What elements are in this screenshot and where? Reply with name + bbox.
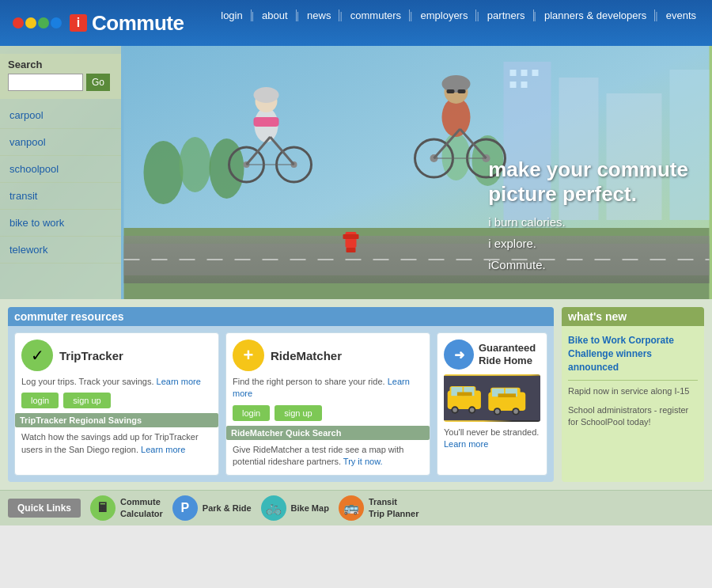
quick-link-park-ride[interactable]: P Park & Ride [172,495,252,521]
grh-header: ➜ GuaranteedRide Home [444,340,540,370]
grh-card: ➜ GuaranteedRide Home [437,332,547,476]
grh-icon: ➜ [444,340,474,370]
svg-rect-43 [343,234,359,239]
quick-links-bar: Quick Links 🖩 CommuteCalculator P Park &… [0,490,712,525]
svg-point-53 [470,408,475,412]
triptracker-signup-btn[interactable]: sign up [63,393,110,408]
search-input[interactable] [8,74,83,91]
whats-new-section: what's new Bike to Work Corporate Challe… [562,307,704,482]
park-ride-label: Park & Ride [203,503,252,513]
ridematcher-signup-btn[interactable]: sign up [275,405,321,421]
nav-commuters[interactable]: commuters [343,9,410,21]
ridematcher-try-link[interactable]: Try it now. [343,457,383,466]
svg-rect-9 [521,82,528,88]
park-ride-icon: P [172,495,198,521]
ridematcher-desc: Find the right person to share your ride… [233,376,423,400]
svg-rect-63 [498,393,517,397]
hero-section: Search Go carpool vanpool schoolpool tra… [0,46,712,299]
resources-grid: ✓ TripTracker Log your trips. Track your… [14,332,547,476]
main-nav: login | about | news | commuters | emplo… [213,9,704,21]
commuter-resources: commuter resources ✓ TripTracker Log you… [8,307,554,482]
svg-point-31 [442,75,471,93]
bike-map-label: Bike Map [291,503,329,513]
logo-text: Commute [92,11,184,36]
hero-sub-text: i burn calories. i explore. iCommute. [488,211,688,275]
search-area: Search Go [0,54,121,99]
ridematcher-card: + RideMatcher Find the right person to s… [225,332,430,476]
ridematcher-buttons: login sign up [233,405,423,421]
sidebar-item-carpool[interactable]: carpool [0,102,121,129]
svg-point-61 [495,409,500,414]
svg-rect-33 [458,89,466,93]
nav-employers[interactable]: employers [412,9,476,21]
ridematcher-login-btn[interactable]: login [233,405,270,421]
sidebar-item-bike-to-work[interactable]: bike to work [0,210,121,237]
logo-i-badge: i [70,14,87,32]
grh-learn-more[interactable]: Learn more [444,439,488,449]
triptracker-learn-more[interactable]: Learn more [157,377,201,386]
svg-point-20 [254,87,279,103]
svg-rect-32 [447,89,455,93]
header: i Commute login | about | news | commute… [0,0,712,46]
hero-overlay: make your commutepicture perfect. i burn… [488,157,688,275]
ridematcher-learn-more[interactable]: Learn more [233,377,410,398]
svg-rect-7 [532,70,539,76]
grh-desc: You'll never be stranded. Learn more [444,427,540,451]
svg-rect-21 [254,117,279,127]
grh-title: GuaranteedRide Home [479,342,536,366]
svg-rect-44 [347,248,356,252]
commute-calc-label: CommuteCalculator [120,496,163,519]
svg-point-62 [513,409,518,414]
quick-link-transit-planner[interactable]: 🚌 TransitTrip Planner [339,495,419,521]
quick-link-commute-calc[interactable]: 🖩 CommuteCalculator [90,495,163,521]
sidebar-item-transit[interactable]: transit [0,183,121,210]
transit-planner-icon: 🚌 [339,495,364,521]
nav-news[interactable]: news [299,9,339,21]
sidebar-item-vanpool[interactable]: vanpool [0,129,121,156]
circle-red [13,17,24,28]
triptracker-desc: Log your trips. Track your savings. Lear… [21,376,212,388]
go-button[interactable]: Go [86,74,110,91]
svg-rect-5 [510,70,517,76]
triptracker-sub-title: TripTracker Regional Savings [15,413,218,427]
commuter-resources-title: commuter resources [8,307,554,326]
svg-point-11 [180,137,211,192]
news-item-1: Rapid now in service along I-15 [568,385,698,397]
main-content: commuter resources ✓ TripTracker Log you… [0,299,712,490]
nav-events[interactable]: events [658,9,704,21]
svg-point-12 [210,138,244,199]
taxi-illustration [444,374,540,422]
svg-rect-6 [521,70,528,76]
quick-link-bike-map[interactable]: 🚲 Bike Map [261,495,329,521]
nav-planners[interactable]: planners & developers [536,9,655,21]
triptracker-name: TripTracker [59,349,123,362]
svg-point-52 [453,408,457,412]
news-primary-link[interactable]: Bike to Work Corporate Challenge winners… [568,334,698,374]
triptracker-sub-text: Watch how the savings add up for TripTra… [21,431,212,456]
commute-calc-icon: 🖩 [90,495,116,521]
ridematcher-header: + RideMatcher [233,340,423,371]
svg-point-10 [144,141,184,204]
ridematcher-icon: + [233,340,264,371]
hero-image: make your commutepicture perfect. i burn… [121,46,712,299]
triptracker-login-btn[interactable]: login [21,393,59,408]
transit-planner-label: TransitTrip Planner [369,496,419,519]
sidebar-item-telework[interactable]: telework [0,237,121,264]
nav-about[interactable]: about [254,9,297,21]
triptracker-sub-learn-more[interactable]: Learn more [141,445,185,454]
sidebar-item-schoolpool[interactable]: schoolpool [0,156,121,183]
quick-links-label: Quick Links [8,499,81,518]
nav-login[interactable]: login [213,9,251,21]
ridematcher-sub-text: Give RideMatcher a test ride see a map w… [233,444,423,469]
left-sidebar: Search Go carpool vanpool schoolpool tra… [0,46,121,299]
nav-partners[interactable]: partners [479,9,534,21]
news-divider [568,380,698,381]
logo-area: i Commute [13,11,184,36]
search-label: Search [8,59,113,70]
whats-new-title: what's new [562,307,704,326]
circle-green [38,17,49,28]
grh-taxi-image [444,374,540,422]
bike-map-icon: 🚲 [261,495,286,521]
triptracker-buttons: login sign up [21,393,212,408]
svg-rect-54 [457,392,472,396]
